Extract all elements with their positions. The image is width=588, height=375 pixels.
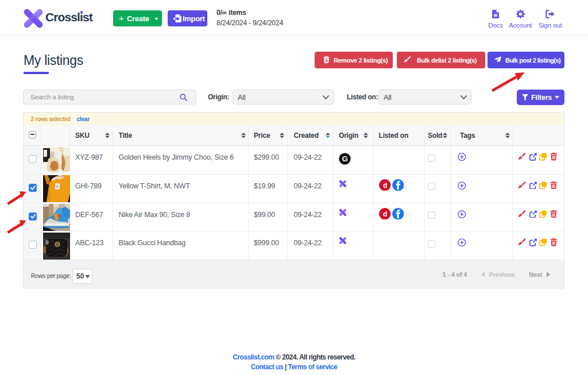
svg-text:d: d	[383, 210, 387, 218]
svg-text:d: d	[383, 181, 387, 189]
svg-text:G: G	[342, 154, 348, 163]
